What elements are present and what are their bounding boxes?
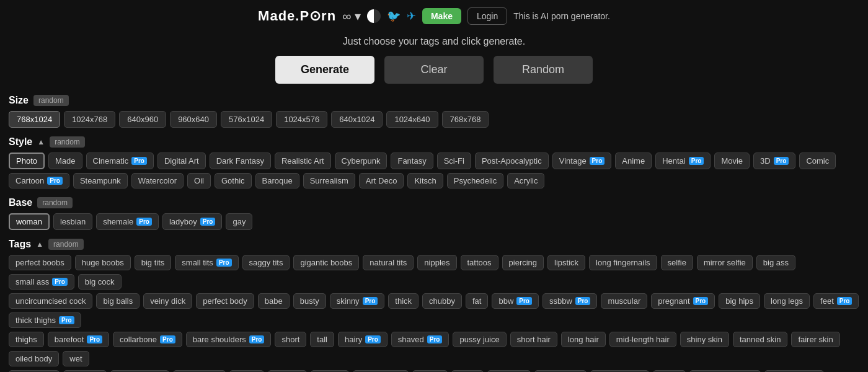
style-chevron-icon[interactable]: ▲ [37,138,45,146]
list-item[interactable]: thick [388,293,418,309]
size-tag[interactable]: 768x1024 [9,111,60,128]
list-item[interactable]: barefootPro [48,332,109,347]
list-item[interactable]: selfie [661,255,693,270]
generate-button[interactable]: Generate [275,56,374,84]
style-tag[interactable]: Watercolor [131,173,184,188]
random-button[interactable]: Random [494,56,593,84]
tags-chevron-icon[interactable]: ▲ [36,240,43,249]
style-tag[interactable]: 3DPro [753,153,795,169]
list-item[interactable]: fat [466,293,488,309]
twitter-icon[interactable]: 🐦 [387,9,401,23]
style-tag[interactable]: HentaiPro [655,153,711,169]
style-tag[interactable]: Psychedelic [447,173,503,188]
list-item[interactable]: mid-length hair [609,332,676,347]
size-tag[interactable]: 640x960 [119,111,166,128]
list-item[interactable]: piercing [502,255,544,270]
size-tag[interactable]: 1024x640 [386,111,438,128]
style-tag[interactable]: Digital Art [157,153,206,169]
style-tag[interactable]: VintagePro [552,153,612,169]
style-random-badge[interactable]: random [50,136,85,148]
tags-random-badge[interactable]: random [48,239,84,250]
list-item[interactable]: bbwPro [492,293,539,309]
list-item[interactable]: uncircumcised cock [9,293,92,309]
size-tag[interactable]: 1024x768 [64,111,115,128]
style-tag[interactable]: Fantasy [391,153,433,169]
list-item[interactable]: long fingernails [589,255,657,270]
size-random-badge[interactable]: random [33,95,69,106]
list-item[interactable]: busty [293,293,326,309]
list-item[interactable]: perfect body [196,293,254,309]
list-item[interactable]: gigantic boobs [293,255,359,270]
style-tag[interactable]: Steampunk [73,173,128,188]
list-item[interactable]: feetPro [813,293,859,309]
style-tag[interactable]: Movie [714,153,750,169]
list-item[interactable]: nipples [417,255,456,270]
list-item[interactable]: short [275,332,306,347]
list-item[interactable]: big cock [78,274,122,290]
list-item[interactable]: muscular [601,293,647,309]
style-tag[interactable]: Baroque [255,173,299,188]
size-tag[interactable]: 640x1024 [331,111,383,128]
list-item[interactable]: tattoos [461,255,498,270]
size-tag[interactable]: 576x1024 [221,111,272,128]
list-item[interactable]: long hair [561,332,606,347]
list-item[interactable]: small assPro [9,274,74,290]
base-tag[interactable]: woman [9,213,50,230]
style-tag[interactable]: Gothic [215,173,252,188]
list-item[interactable]: chubby [422,293,462,309]
list-item[interactable]: tanned skin [733,332,788,347]
style-tag[interactable]: Made [48,153,82,169]
size-tag[interactable]: 960x640 [170,111,217,128]
list-item[interactable]: thighs [9,332,44,347]
list-item[interactable]: saggy tits [242,255,290,270]
list-item[interactable]: lipstick [547,255,585,270]
list-item[interactable]: thick thighsPro [9,312,81,328]
base-tag[interactable]: lesbian [53,213,92,230]
login-button[interactable]: Login [467,7,507,25]
list-item[interactable]: ssbbwPro [542,293,598,309]
list-item[interactable]: mirror selfie [697,255,753,270]
style-tag[interactable]: Comic [799,153,836,169]
base-random-badge[interactable]: random [37,197,73,208]
base-tag[interactable]: gay [226,213,252,230]
list-item[interactable]: big balls [96,293,140,309]
list-item[interactable]: big ass [756,255,795,270]
style-tag[interactable]: Photo [9,153,45,169]
list-item[interactable]: big hips [719,293,760,309]
style-tag[interactable]: Anime [615,153,652,169]
list-item[interactable]: natural tits [363,255,414,270]
half-circle-icon[interactable] [367,9,381,23]
infinity-icon[interactable]: ∞ ▾ [342,9,361,24]
list-item[interactable]: oiled body [9,351,59,366]
list-item[interactable]: collarbonePro [113,332,182,347]
list-item[interactable]: fairer skin [791,332,839,347]
list-item[interactable]: pussy juice [453,332,506,347]
list-item[interactable]: huge boobs [75,255,131,270]
list-item[interactable]: babe [258,293,290,309]
style-tag[interactable]: CartoonPro [9,173,69,188]
base-tag[interactable]: shemalePro [96,213,159,230]
list-item[interactable]: small titsPro [175,255,238,270]
list-item[interactable]: big tits [135,255,172,270]
clear-button[interactable]: Clear [384,56,484,84]
style-tag[interactable]: Dark Fantasy [210,153,271,169]
list-item[interactable]: wet [63,351,89,366]
telegram-icon[interactable]: ✈ [407,9,416,23]
list-item[interactable]: veiny dick [143,293,192,309]
list-item[interactable]: short hair [510,332,557,347]
style-tag[interactable]: Post-Apocalyptic [475,153,549,169]
list-item[interactable]: tall [310,332,334,347]
list-item[interactable]: pregnantPro [651,293,715,309]
style-tag[interactable]: Kitsch [407,173,443,188]
style-tag[interactable]: Sci-Fi [437,153,471,169]
style-tag[interactable]: Surrealism [303,173,355,188]
style-tag[interactable]: CinematicPro [86,153,154,169]
style-tag[interactable]: Acrylic [507,173,544,188]
make-button[interactable]: Make [422,8,461,24]
list-item[interactable]: perfect boobs [9,255,71,270]
style-tag[interactable]: Oil [187,173,211,188]
style-tag[interactable]: Art Deco [359,173,404,188]
list-item[interactable]: long legs [764,293,810,309]
base-tag[interactable]: ladyboyPro [162,213,222,230]
list-item[interactable]: shavedPro [391,332,450,347]
